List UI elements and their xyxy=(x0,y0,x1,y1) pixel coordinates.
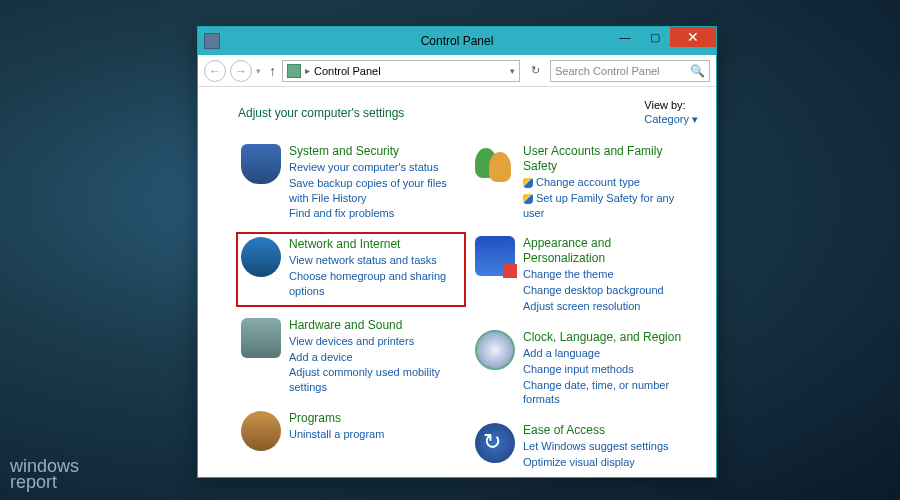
disc-icon xyxy=(241,411,281,451)
search-icon: 🔍 xyxy=(690,64,705,78)
link-network-internet[interactable]: Network and Internet xyxy=(289,237,400,251)
link-network-status[interactable]: View network status and tasks xyxy=(289,253,461,268)
category-network-internet: Network and Internet View network status… xyxy=(236,232,466,307)
breadcrumb[interactable]: Control Panel xyxy=(314,65,381,77)
refresh-button[interactable]: ↻ xyxy=(524,60,546,82)
link-homegroup[interactable]: Choose homegroup and sharing options xyxy=(289,269,461,299)
category-user-accounts: User Accounts and Family Safety Change a… xyxy=(472,141,698,224)
address-dropdown-icon[interactable]: ▾ xyxy=(510,66,515,76)
link-theme[interactable]: Change the theme xyxy=(523,267,695,282)
link-appearance[interactable]: Appearance and Personalization xyxy=(523,236,611,265)
link-background[interactable]: Change desktop background xyxy=(523,283,695,298)
forward-button[interactable]: → xyxy=(230,60,252,82)
search-input[interactable]: Search Control Panel 🔍 xyxy=(550,60,710,82)
back-button[interactable]: ← xyxy=(204,60,226,82)
link-uninstall[interactable]: Uninstall a program xyxy=(289,427,461,442)
link-resolution[interactable]: Adjust screen resolution xyxy=(523,299,695,314)
page-heading: Adjust your computer's settings xyxy=(238,106,404,120)
left-column: System and Security Review your computer… xyxy=(238,141,464,473)
navigation-bar: ← → ▾ ↑ ▸ Control Panel ▾ ↻ Search Contr… xyxy=(198,55,716,87)
search-placeholder: Search Control Panel xyxy=(555,65,690,77)
address-bar[interactable]: ▸ Control Panel ▾ xyxy=(282,60,520,82)
link-clock-language[interactable]: Clock, Language, and Region xyxy=(523,330,681,344)
category-appearance: Appearance and Personalization Change th… xyxy=(472,233,698,317)
link-system-security[interactable]: System and Security xyxy=(289,144,399,158)
users-icon xyxy=(475,144,515,184)
minimize-button[interactable]: — xyxy=(610,27,640,47)
link-add-device[interactable]: Add a device xyxy=(289,350,461,365)
up-button[interactable]: ↑ xyxy=(269,63,276,79)
category-ease-of-access: Ease of Access Let Windows suggest setti… xyxy=(472,420,698,473)
link-devices[interactable]: View devices and printers xyxy=(289,334,461,349)
uac-shield-icon xyxy=(523,194,533,204)
shield-icon xyxy=(241,144,281,184)
page-watermark: windows report xyxy=(10,458,79,490)
close-button[interactable]: ✕ xyxy=(670,27,716,47)
category-programs: Programs Uninstall a program xyxy=(238,408,464,454)
titlebar[interactable]: Control Panel — ▢ ✕ xyxy=(198,27,716,55)
content-pane: Adjust your computer's settings View by:… xyxy=(198,87,716,477)
view-by-dropdown[interactable]: Category ▾ xyxy=(644,112,698,127)
link-suggest-settings[interactable]: Let Windows suggest settings xyxy=(523,439,695,454)
link-ease-of-access[interactable]: Ease of Access xyxy=(523,423,605,437)
link-input-methods[interactable]: Change input methods xyxy=(523,362,695,377)
link-user-accounts[interactable]: User Accounts and Family Safety xyxy=(523,144,662,173)
chevron-right-icon: ▸ xyxy=(305,65,310,76)
link-fix-problems[interactable]: Find and fix problems xyxy=(289,206,461,221)
clock-icon xyxy=(475,330,515,370)
category-hardware-sound: Hardware and Sound View devices and prin… xyxy=(238,315,464,398)
link-date-time[interactable]: Change date, time, or number formats xyxy=(523,378,695,408)
uac-shield-icon xyxy=(523,178,533,188)
maximize-button[interactable]: ▢ xyxy=(640,27,670,47)
ease-icon xyxy=(475,423,515,463)
link-hardware-sound[interactable]: Hardware and Sound xyxy=(289,318,402,332)
history-dropdown[interactable]: ▾ xyxy=(256,66,261,76)
link-change-account[interactable]: Change account type xyxy=(523,175,695,190)
control-panel-path-icon xyxy=(287,64,301,78)
category-system-security: System and Security Review your computer… xyxy=(238,141,464,224)
monitor-icon xyxy=(475,236,515,276)
globe-icon xyxy=(241,237,281,277)
link-mobility[interactable]: Adjust commonly used mobility settings xyxy=(289,365,461,395)
link-add-language[interactable]: Add a language xyxy=(523,346,695,361)
control-panel-window: Control Panel — ▢ ✕ ← → ▾ ↑ ▸ Control Pa… xyxy=(197,26,717,478)
link-family-safety[interactable]: Set up Family Safety for any user xyxy=(523,191,695,221)
category-clock-language: Clock, Language, and Region Add a langua… xyxy=(472,327,698,410)
link-file-history[interactable]: Save backup copies of your files with Fi… xyxy=(289,176,461,206)
control-panel-icon xyxy=(204,33,220,49)
right-column: User Accounts and Family Safety Change a… xyxy=(472,141,698,473)
printer-icon xyxy=(241,318,281,358)
link-visual-display[interactable]: Optimize visual display xyxy=(523,455,695,470)
link-review-status[interactable]: Review your computer's status xyxy=(289,160,461,175)
link-programs[interactable]: Programs xyxy=(289,411,341,425)
view-by: View by: Category ▾ xyxy=(644,99,698,127)
